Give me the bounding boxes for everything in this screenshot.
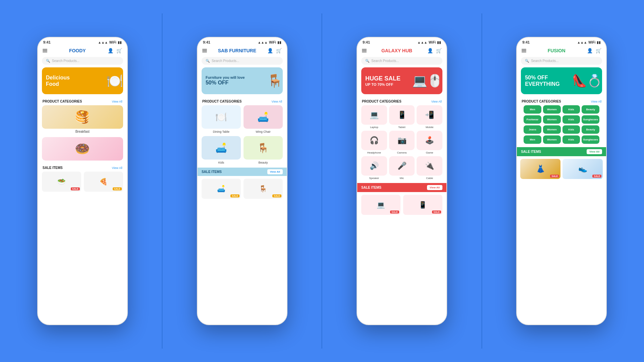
sale-item-0-furniture[interactable]: 🛋️ SALE — [202, 179, 241, 199]
fashion-item-men-0[interactable]: Men — [524, 105, 541, 114]
electronics-item-mobile[interactable]: 📲 Mobile — [417, 105, 442, 129]
time-fusion: 9:41 — [522, 40, 530, 44]
fashion-item-women-2[interactable]: Women — [543, 125, 561, 134]
furniture-item-dining[interactable]: 🍽️ Dining Table — [202, 105, 241, 133]
fashion-item-kids-3[interactable]: Kids — [562, 135, 580, 144]
fashion-item-footwear[interactable]: Footwear — [524, 115, 541, 124]
fashion-item-women-3[interactable]: Women — [543, 135, 561, 144]
fashion-item-sunglasses-1[interactable]: Sunglasses — [582, 115, 599, 124]
phone-galaxy: 9:41 ▲▲▲ WiFi ▮▮ GALAXY HUB 👤 🛒 🔍 Search… — [357, 37, 447, 325]
sale-item-1-galaxy[interactable]: 📱 SALE — [403, 195, 442, 215]
electronics-item-mic[interactable]: 🎤 Mic — [389, 156, 415, 180]
search-bar-furniture[interactable]: 🔍 Search Products... — [202, 57, 283, 65]
categories-title-furniture: PRODUCT CATEGORIES — [202, 100, 242, 103]
food-item-0[interactable]: 🥞 Breakfast — [42, 105, 123, 134]
fashion-item-beauty-2[interactable]: Beauty — [582, 125, 599, 134]
furniture-item-kids[interactable]: 🛋️ Kids — [202, 136, 241, 164]
fashion-item-sunglasses-3[interactable]: Sunglasses — [582, 135, 599, 144]
fashion-item-women-1[interactable]: Women — [543, 115, 561, 124]
user-icon-galaxy[interactable]: 👤 — [427, 48, 433, 54]
sale-badge-1-foody: SALE — [113, 187, 122, 190]
furniture-item-wingchair[interactable]: 🛋️ Wing Chair — [244, 105, 283, 133]
header-icons-furniture: 👤 🛒 — [267, 48, 282, 54]
view-all-galaxy[interactable]: View All — [431, 100, 442, 103]
banner-furniture: Furniture you will love 50% OFF 🪑 — [202, 67, 283, 94]
sale-badge-0-foody: SALE — [71, 187, 80, 190]
divider-1 — [162, 13, 163, 349]
categories-header-fusion: PRODUCT CATEGORIES View All — [517, 98, 606, 105]
electronics-item-headphone[interactable]: 🎧 Headphone — [361, 131, 387, 154]
categories-title-fusion: PRODUCT CATEGORIES — [522, 100, 561, 103]
electronics-label-camera: Camera — [397, 151, 407, 154]
fashion-item-kids-1[interactable]: Kids — [562, 115, 580, 124]
sale-item-0-fusion[interactable]: 👗 SALE — [520, 159, 560, 179]
view-all-fusion[interactable]: View All — [591, 100, 601, 103]
fashion-row-1: Footwear Women Kids Sunglasses — [520, 115, 603, 124]
search-bar-galaxy[interactable]: 🔍 Search Products... — [361, 57, 442, 65]
fashion-item-kids-2[interactable]: Kids — [562, 125, 580, 134]
signal-icon-fu: ▲▲▲ — [577, 41, 587, 44]
search-icon-foody: 🔍 — [46, 59, 50, 63]
cart-icon-galaxy[interactable]: 🛒 — [436, 48, 442, 54]
electronics-item-speaker[interactable]: 🔊 Speaker — [361, 156, 387, 180]
electronics-item-laptop[interactable]: 💻 Laptop — [361, 105, 387, 129]
wifi-icon-g: WiFi — [429, 41, 436, 44]
cart-icon-furniture[interactable]: 🛒 — [276, 48, 282, 54]
user-icon-fusion[interactable]: 👤 — [587, 48, 593, 54]
search-bar-fusion[interactable]: 🔍 Search Products... — [521, 57, 602, 65]
electronics-item-camera[interactable]: 📷 Camera — [389, 131, 415, 154]
furniture-img-kids: 🛋️ — [202, 136, 241, 160]
view-all-foody[interactable]: View All — [112, 100, 122, 103]
sale-badge-0-fusion: SALE — [550, 175, 559, 178]
sale-view-all-fusion[interactable]: View All — [587, 149, 602, 154]
fashion-categories: Men Women Kids Beauty Footwear Women Kid… — [517, 105, 606, 144]
sale-view-all-galaxy[interactable]: View All — [427, 185, 442, 190]
fashion-item-kids-0[interactable]: Kids — [562, 105, 580, 114]
cart-icon-foody[interactable]: 🛒 — [116, 48, 122, 54]
search-bar-foody[interactable]: 🔍 Search Products... — [42, 57, 123, 65]
hamburger-menu-foody[interactable] — [43, 49, 47, 52]
electronics-img-laptop: 💻 — [361, 105, 387, 125]
sale-item-1-furniture[interactable]: 🪑 SALE — [244, 179, 283, 199]
hamburger-menu-furniture[interactable] — [202, 49, 207, 52]
hamburger-menu-fusion[interactable] — [522, 49, 526, 52]
banner-line1-galaxy: HUGE SALE — [365, 75, 400, 82]
sale-item-1-foody[interactable]: 🍕 SALE — [84, 172, 123, 192]
electronics-item-game[interactable]: 🕹️ Game — [417, 131, 442, 154]
furniture-item-beauty[interactable]: 🪑 Beauty — [244, 136, 283, 164]
sale-view-all-foody[interactable]: View All — [112, 166, 122, 170]
fashion-item-women-0[interactable]: Women — [543, 105, 561, 114]
status-bar-furniture: 9:41 ▲▲▲ WiFi ▮▮ — [198, 38, 287, 46]
wifi-icon: WiFi — [109, 41, 116, 44]
search-placeholder-furniture: Search Products... — [212, 59, 239, 63]
fashion-row-3: Men Women Kids Sunglasses — [520, 135, 603, 144]
electronics-label-speaker: Speaker — [369, 177, 379, 180]
sale-item-1-fusion[interactable]: 👟 SALE — [562, 159, 603, 179]
sale-header-fusion: SALE ITEMS View All — [517, 147, 606, 156]
electronics-img-mobile: 📲 — [417, 105, 442, 125]
food-item-1[interactable]: 🍩 — [42, 137, 123, 161]
electronics-img-camera: 📷 — [389, 131, 415, 150]
fashion-item-jeans[interactable]: Jeans — [524, 125, 541, 134]
cart-icon-fusion[interactable]: 🛒 — [595, 48, 601, 54]
hamburger-menu-galaxy[interactable] — [362, 49, 367, 52]
fashion-row-2: Jeans Women Kids Beauty — [520, 125, 603, 134]
electronics-item-tablet[interactable]: 📱 Tablet — [389, 105, 415, 129]
fashion-item-men-3[interactable]: Men — [524, 135, 541, 144]
sale-title-furniture: SALE ITEMS — [202, 170, 222, 174]
sale-item-0-foody[interactable]: 🥗 SALE — [42, 172, 81, 192]
fashion-item-beauty-0[interactable]: Beauty — [582, 105, 599, 114]
content-foody: Delicious Food 🍽️ PRODUCT CATEGORIES Vie… — [38, 67, 127, 324]
food-label-breakfast: Breakfast — [42, 129, 123, 134]
banner-galaxy: HUGE SALE UP TO 70% OFF 💻🖱️ — [361, 67, 442, 94]
sale-view-all-furniture[interactable]: View All — [267, 169, 283, 174]
header-foody: FOODY 👤 🛒 — [38, 46, 127, 56]
sale-item-0-galaxy[interactable]: 💻 SALE — [361, 195, 400, 215]
time-furniture: 9:41 — [203, 40, 210, 44]
categories-header-foody: PRODUCT CATEGORIES View All — [38, 98, 127, 105]
view-all-furniture[interactable]: View All — [272, 100, 282, 103]
user-icon-foody[interactable]: 👤 — [108, 48, 114, 54]
electronics-label-laptop: Laptop — [370, 126, 378, 129]
user-icon-furniture[interactable]: 👤 — [267, 48, 273, 54]
electronics-item-cable[interactable]: 🔌 Cable — [417, 156, 442, 180]
